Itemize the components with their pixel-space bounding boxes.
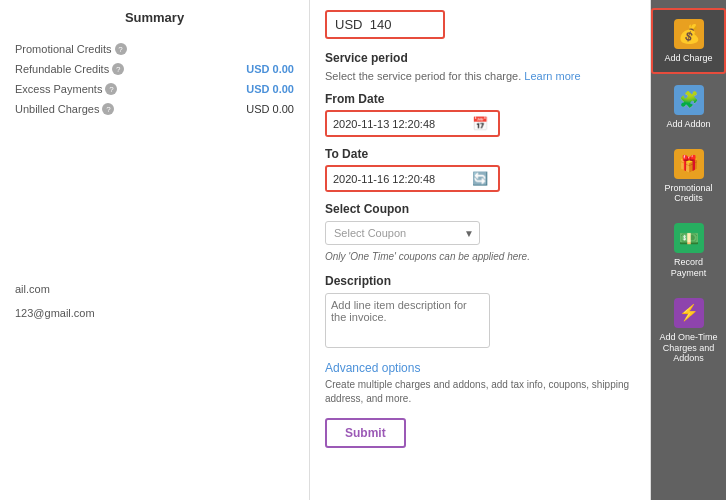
sidebar-record-payment-label: Record Payment (656, 257, 721, 279)
refundable-credits-label: Refundable Credits ? (15, 63, 124, 75)
amount-input[interactable] (325, 10, 445, 39)
promotional-credits-icon: 🎁 (673, 148, 705, 180)
one-time-charges-icon: ⚡ (673, 297, 705, 329)
unbilled-charges-info-icon[interactable]: ? (102, 103, 114, 115)
coupon-select-wrapper: Select Coupon ▼ (325, 221, 480, 245)
select-coupon-label: Select Coupon (325, 202, 635, 216)
summary-title: Summary (15, 10, 294, 31)
sidebar-item-one-time-charges[interactable]: ⚡ Add One-Time Charges and Addons (651, 289, 726, 372)
refundable-credits-value: USD 0.00 (246, 63, 294, 75)
sidebar-item-promotional-credits[interactable]: 🎁 Promotional Credits (651, 140, 726, 213)
coupon-select[interactable]: Select Coupon (325, 221, 480, 245)
summary-section: Summary Promotional Credits ? Refundable… (0, 10, 309, 115)
sidebar-add-charge-label: Add Charge (664, 53, 712, 64)
to-date-wrapper: 🔄 (325, 165, 500, 192)
submit-button[interactable]: Submit (325, 418, 406, 448)
add-addon-icon: 🧩 (673, 84, 705, 116)
excess-payments-value: USD 0.00 (246, 83, 294, 95)
refundable-credits-info-icon[interactable]: ? (112, 63, 124, 75)
email-2: 123@gmail.com (0, 303, 309, 319)
promotional-credits-label: Promotional Credits ? (15, 43, 127, 55)
to-date-calendar-icon[interactable]: 🔄 (467, 167, 493, 190)
from-date-input[interactable] (327, 113, 467, 135)
sidebar-promotional-credits-label: Promotional Credits (656, 183, 721, 205)
sidebar-add-addon-label: Add Addon (666, 119, 710, 130)
from-date-calendar-icon[interactable]: 📅 (467, 112, 493, 135)
from-date-wrapper: 📅 (325, 110, 500, 137)
excess-payments-label: Excess Payments ? (15, 83, 117, 95)
advanced-options-link[interactable]: Advanced options (325, 361, 635, 375)
left-panel: Summary Promotional Credits ? Refundable… (0, 0, 310, 500)
add-charge-icon: 💰 (673, 18, 705, 50)
excess-payments-info-icon[interactable]: ? (105, 83, 117, 95)
summary-row-promotional: Promotional Credits ? (15, 43, 294, 55)
unbilled-charges-label: Unbilled Charges ? (15, 103, 114, 115)
to-date-label: To Date (325, 147, 635, 161)
from-date-label: From Date (325, 92, 635, 106)
summary-row-refundable: Refundable Credits ? USD 0.00 (15, 63, 294, 75)
right-sidebar: 💰 Add Charge 🧩 Add Addon 🎁 Promotional C… (651, 0, 726, 500)
description-label: Description (325, 274, 635, 288)
email-1: ail.com (0, 275, 309, 303)
description-textarea[interactable] (325, 293, 490, 348)
summary-row-excess: Excess Payments ? USD 0.00 (15, 83, 294, 95)
record-payment-icon: 💵 (673, 222, 705, 254)
sidebar-item-add-charge[interactable]: 💰 Add Charge (651, 8, 726, 74)
promotional-credits-info-icon[interactable]: ? (115, 43, 127, 55)
summary-row-unbilled: Unbilled Charges ? USD 0.00 (15, 103, 294, 115)
sidebar-item-record-payment[interactable]: 💵 Record Payment (651, 214, 726, 287)
coupon-note: Only 'One Time' coupons can be applied h… (325, 250, 635, 264)
unbilled-charges-value: USD 0.00 (246, 103, 294, 115)
to-date-input[interactable] (327, 168, 467, 190)
main-content: Service period Select the service period… (310, 0, 651, 500)
sidebar-item-add-addon[interactable]: 🧩 Add Addon (651, 76, 726, 138)
advanced-options-desc: Create multiple charges and addons, add … (325, 378, 635, 406)
sidebar-one-time-charges-label: Add One-Time Charges and Addons (656, 332, 721, 364)
service-period-label: Service period (325, 51, 635, 65)
service-period-desc: Select the service period for this charg… (325, 69, 635, 84)
learn-more-link[interactable]: Learn more (524, 70, 580, 82)
